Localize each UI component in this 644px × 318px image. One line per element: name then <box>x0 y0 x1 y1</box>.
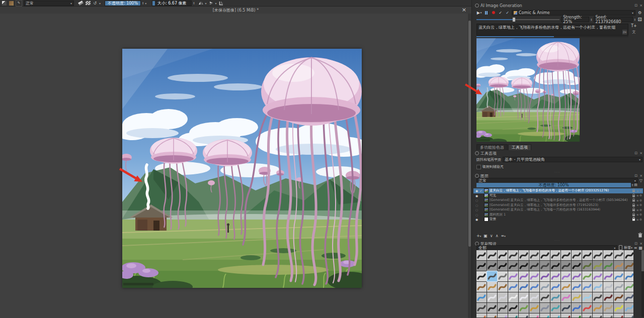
brush-preset-cell[interactable] <box>550 271 560 281</box>
layer-settings-icon[interactable]: ⚙ <box>639 199 642 202</box>
brush-preset-cell[interactable] <box>572 303 582 313</box>
layer-name[interactable]: 背景 <box>490 217 631 222</box>
brush-preset-cell[interactable] <box>572 250 582 260</box>
layer-name[interactable]: [Generated] 蓝天白云，绿草地上，飞翔着许多粉色的水母 (719520… <box>490 203 631 207</box>
smoothing-combo[interactable]: 基本 - 只平滑笔画棱角 ▾ <box>503 157 642 162</box>
brush-preset-cell[interactable] <box>498 303 508 313</box>
canvas-image[interactable] <box>122 49 362 288</box>
alpha-icon[interactable]: α <box>636 208 638 211</box>
brush-preset-cell[interactable] <box>593 303 603 313</box>
ai-docker-header[interactable]: AI Image Generation ⊡× <box>475 3 642 8</box>
layer-settings-icon[interactable]: ⚙ <box>639 189 642 192</box>
brush-preset-cell[interactable] <box>540 303 550 313</box>
brush-preset-cell[interactable] <box>540 261 550 271</box>
brush-preset-cell[interactable] <box>476 282 487 292</box>
brush-preset-cell[interactable] <box>593 282 603 292</box>
reload-preset-icon[interactable]: ↺ <box>92 1 98 6</box>
alpha-icon[interactable]: α <box>636 213 638 216</box>
brush-preset-cell[interactable] <box>487 261 497 271</box>
tab-advanced-color-selector[interactable]: 多功能拾色器 <box>476 144 508 150</box>
brush-preset-cell[interactable] <box>603 282 613 292</box>
brush-preset-cell[interactable] <box>498 261 508 271</box>
brush-preset-cell[interactable] <box>582 282 592 292</box>
layer-name[interactable]: 颜料图层 1 <box>490 213 631 217</box>
alpha-icon[interactable]: α <box>636 194 638 197</box>
brush-preset-cell[interactable] <box>603 261 613 271</box>
layer-row[interactable]: ◉背景α⚙ <box>473 217 643 222</box>
brush-preset-cell[interactable] <box>550 313 560 317</box>
brush-preset-cell[interactable] <box>614 303 624 313</box>
seed-spinner[interactable]: ▴▾ <box>634 18 635 21</box>
brush-preset-cell[interactable] <box>624 303 633 313</box>
brush-preset-cell[interactable] <box>550 282 560 292</box>
generate-button[interactable]: ▶▾ <box>476 10 482 16</box>
move-layer-up-button[interactable]: ∧ <box>496 234 499 238</box>
pause-icon[interactable] <box>484 10 489 16</box>
brush-preset-cell[interactable] <box>603 292 613 302</box>
close-icon[interactable]: × <box>462 8 466 13</box>
close-icon[interactable]: × <box>639 151 642 155</box>
snap-assistants-checkbox[interactable] <box>476 165 481 169</box>
alpha-icon[interactable]: α <box>636 199 638 202</box>
record-region-icon[interactable] <box>491 10 496 16</box>
brush-preset-cell[interactable] <box>519 261 529 271</box>
brush-preset-cell[interactable] <box>572 271 582 281</box>
brush-preset-cell[interactable] <box>487 313 497 317</box>
layer-settings-icon[interactable]: ⚙ <box>639 208 642 211</box>
detail-view-icon[interactable]: ≡ <box>634 246 637 250</box>
layer-visibility-icon[interactable]: ◉ <box>474 189 479 192</box>
brush-preset-cell[interactable] <box>582 271 592 281</box>
brush-preset-cell[interactable] <box>508 313 518 317</box>
brush-preset-cell[interactable] <box>624 271 633 281</box>
lock-icon[interactable] <box>632 213 635 217</box>
brush-preset-cell[interactable] <box>540 282 550 292</box>
lock-icon[interactable] <box>632 203 635 207</box>
brush-preset-cell[interactable] <box>508 282 518 292</box>
brush-preset-cell[interactable] <box>476 271 487 281</box>
layer-visibility-icon[interactable]: ○ <box>474 208 479 211</box>
layer-thumbnail[interactable] <box>484 217 489 222</box>
brush-preset-cell[interactable] <box>624 282 633 292</box>
prompt-textarea[interactable]: 蓝天白云，绿草地上，飞翔着许多粉色的水母，远处有一个小村庄，冒着炊烟 ZH <box>476 24 628 36</box>
lock-icon[interactable] <box>632 193 635 198</box>
alpha-icon[interactable]: α <box>636 189 638 192</box>
add-layer-button[interactable]: +▾ <box>476 234 481 238</box>
duplicate-layer-button[interactable]: ▣ <box>484 234 488 238</box>
brush-preset-cell[interactable] <box>519 313 529 317</box>
apply-brush-icon[interactable]: ✓ <box>505 10 510 16</box>
brush-preset-cell[interactable] <box>519 303 529 313</box>
layer-visibility-icon[interactable]: ○ <box>474 198 479 202</box>
brush-tip-preview-icon[interactable] <box>619 245 622 250</box>
preserve-alpha-icon[interactable] <box>85 1 91 6</box>
brush-preset-cell[interactable] <box>498 282 508 292</box>
brush-preset-cell[interactable] <box>624 313 633 317</box>
brush-preset-cell[interactable] <box>529 271 539 281</box>
layer-thumbnail[interactable] <box>484 203 489 207</box>
brush-preset-cell[interactable] <box>582 303 592 313</box>
layer-thumbnail[interactable] <box>484 207 489 212</box>
preset-filter-combo[interactable]: 全部 ▾ <box>476 245 617 251</box>
brush-preset-cell[interactable] <box>561 292 571 302</box>
brush-preset-cell[interactable] <box>550 292 560 302</box>
brush-preset-cell[interactable] <box>476 292 487 302</box>
brush-preset-cell[interactable] <box>508 261 518 271</box>
brush-grid-scrollbar[interactable] <box>641 250 644 317</box>
brush-preset-cell[interactable] <box>487 292 497 302</box>
brush-preset-cell[interactable] <box>603 250 613 260</box>
float-icon[interactable]: ⊡ <box>634 151 637 155</box>
brush-preset-cell[interactable] <box>582 313 592 317</box>
close-icon[interactable]: × <box>639 174 642 178</box>
brush-preset-cell[interactable] <box>624 261 633 271</box>
brush-preset-cell[interactable] <box>614 261 624 271</box>
brush-preset-cell[interactable] <box>519 282 529 292</box>
opacity-slider[interactable]: 不透明度: 100% <box>105 1 141 6</box>
brush-preset-cell[interactable] <box>498 250 508 260</box>
alpha-icon[interactable]: α <box>636 203 638 206</box>
canvas-area[interactable] <box>0 14 471 318</box>
brush-preset-cell[interactable] <box>572 261 582 271</box>
brush-preset-cell[interactable] <box>561 271 571 281</box>
layer-check-icon[interactable]: ✓ <box>479 189 483 192</box>
brush-preset-cell[interactable] <box>593 271 603 281</box>
layer-settings-icon[interactable]: ⚙ <box>639 218 642 221</box>
brush-preset-cell[interactable] <box>572 313 582 317</box>
